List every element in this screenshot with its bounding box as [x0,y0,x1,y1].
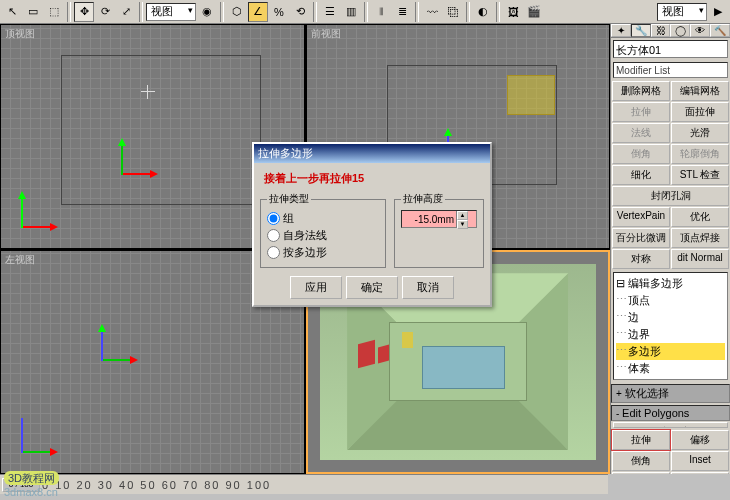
cancel-button[interactable]: 取消 [402,276,454,299]
btn-stl-check[interactable]: STL 检查 [671,165,729,185]
move-icon[interactable]: ✥ [74,2,94,22]
btn-cap-holes[interactable]: 封闭孔洞 [612,186,729,206]
viewport-label: 左视图 [5,253,35,267]
subobj-polygon[interactable]: 多边形 [616,343,725,360]
subobj-element[interactable]: 体素 [616,360,725,377]
time-ruler: 0 10 20 30 40 50 60 70 80 90 100 [42,479,608,491]
watermark: 3D教程网 3dmax8.cn [4,471,59,498]
object-name-field[interactable]: 长方体01 [613,40,728,58]
viewport-label: 顶视图 [5,27,35,41]
subobj-edge[interactable]: 边 [616,309,725,326]
tab-display[interactable]: 👁 [690,24,710,37]
ok-button[interactable]: 确定 [346,276,398,299]
tab-hierarchy[interactable]: ⛓ [651,24,671,37]
btn-poly-mirror[interactable]: 镜像 [671,472,729,474]
btn-normal[interactable]: 法线 [612,123,670,143]
btn-bevel-profile[interactable]: 轮廓倒角 [671,144,729,164]
radio-local-normal[interactable]: 自身法线 [267,227,379,244]
btn-symmetry[interactable]: 对称 [612,249,670,269]
dialog-title-text: 拉伸多边形 [258,146,313,161]
btn-poly-tri[interactable]: 三角状 [612,472,670,474]
btn-bevel[interactable]: 倒角 [612,144,670,164]
rotate-icon[interactable]: ⟳ [95,2,115,22]
select-rect-icon[interactable]: ▭ [23,2,43,22]
spinner-snap-icon[interactable]: ⟲ [290,2,310,22]
scale-icon[interactable]: ⤢ [116,2,136,22]
ref-coord-dropdown[interactable]: 视图 [146,3,196,21]
mirror-icon[interactable]: ▥ [341,2,361,22]
btn-percent[interactable]: 百分比微调 [612,228,670,248]
tab-modify[interactable]: 🔧 [631,24,651,37]
spinner-down-icon[interactable]: ▼ [457,220,468,229]
select-fence-icon[interactable]: ⬚ [44,2,64,22]
btn-edit-normals[interactable]: dit Normal [671,249,729,269]
height-input[interactable] [402,211,456,227]
height-spinner[interactable]: ▲▼ [401,210,477,228]
btn-poly-bevel[interactable]: 倒角 [612,451,670,471]
tab-motion[interactable]: ◯ [670,24,690,37]
spinner-up-icon[interactable]: ▲ [457,211,468,220]
snap-icon[interactable]: ⬡ [227,2,247,22]
align-icon[interactable]: ⫴ [371,2,391,22]
apply-button[interactable]: 应用 [290,276,342,299]
named-sel-icon[interactable]: ☰ [320,2,340,22]
btn-delete-mesh[interactable]: 删除网格 [612,81,670,101]
axis-y-icon [121,140,123,175]
btn-optimize[interactable]: 优化 [671,207,729,227]
viewport-label: 前视图 [311,27,341,41]
subobj-border[interactable]: 边界 [616,326,725,343]
btn-tessellate[interactable]: 细化 [612,165,670,185]
stack-root[interactable]: 编辑多边形 [628,277,683,289]
pivot-icon[interactable]: ◉ [197,2,217,22]
tab-create[interactable]: ✦ [611,24,631,37]
radio-group[interactable]: 组 [267,210,379,227]
timeline[interactable]: 0 / 100 0 10 20 30 40 50 60 70 80 90 100 [0,474,608,494]
quick-render-icon[interactable]: 🎬 [524,2,544,22]
btn-edit-mesh[interactable]: 编辑网格 [671,81,729,101]
btn-poly-extrude[interactable]: 拉伸 [612,430,670,450]
main-toolbar: ↖ ▭ ⬚ ✥ ⟳ ⤢ 视图 ◉ ⬡ ∠ % ⟲ ☰ ▥ ⫴ ≣ 〰 ⿻ ◐ 🖼… [0,0,730,24]
btn-extrude[interactable]: 拉伸 [612,102,670,122]
dialog-annotation: 接着上一步再拉伸15 [260,169,484,192]
rollout-soft-select[interactable]: + 软化选择 [611,384,730,403]
axis-x-icon [121,173,156,175]
radio-by-polygon[interactable]: 按多边形 [267,244,379,261]
btn-poly-offset[interactable]: 偏移 [671,430,729,450]
btn-vertex-weld[interactable]: 顶点焊接 [671,228,729,248]
extrude-dialog: 拉伸多边形 接着上一步再拉伸15 拉伸类型 组 自身法线 按多边形 拉伸高度 ▲… [252,142,492,307]
percent-snap-icon[interactable]: % [269,2,289,22]
modifier-stack[interactable]: ⊟ 编辑多边形 顶点 边 边界 多边形 体素 [613,272,728,380]
modifier-list-dropdown[interactable]: Modifier List [613,62,728,78]
tab-utilities[interactable]: 🔨 [710,24,730,37]
rollout-edit-polygons[interactable]: - Edit Polygons [611,405,730,421]
material-icon[interactable]: ◐ [473,2,493,22]
btn-face-extrude[interactable]: 面拉伸 [671,102,729,122]
angle-snap-icon[interactable]: ∠ [248,2,268,22]
schematic-icon[interactable]: ⿻ [443,2,463,22]
select-icon[interactable]: ↖ [2,2,22,22]
subobj-vertex[interactable]: 顶点 [616,292,725,309]
dialog-titlebar[interactable]: 拉伸多边形 [254,144,490,163]
btn-smooth[interactable]: 光滑 [671,123,729,143]
extrude-type-group: 拉伸类型 组 自身法线 按多边形 [260,192,386,268]
curve-editor-icon[interactable]: 〰 [422,2,442,22]
btn-insert-vertex[interactable]: 插入顶点 [613,422,728,428]
render-preset-dropdown[interactable]: 视图 [657,3,707,21]
layers-icon[interactable]: ≣ [392,2,412,22]
command-panel: ✦ 🔧 ⛓ ◯ 👁 🔨 长方体01 Modifier List 删除网格 编辑网… [610,24,730,474]
btn-poly-inset[interactable]: Inset [671,451,729,471]
cursor-icon [141,85,155,99]
extrude-height-group: 拉伸高度 ▲▼ [394,192,484,268]
render-scene-icon[interactable]: 🖼 [503,2,523,22]
render-icon[interactable]: ▶ [708,2,728,22]
btn-vertex-paint[interactable]: VertexPain [612,207,670,227]
